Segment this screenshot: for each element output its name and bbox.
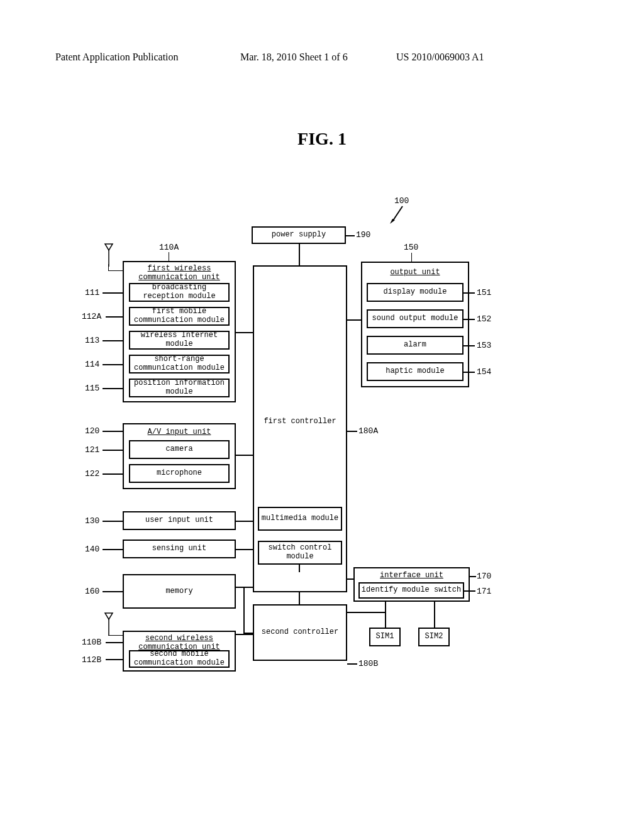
label-position-info: position informationmodule	[134, 379, 225, 397]
label-output-unit: output unit	[361, 268, 469, 277]
ref-112A: 112A	[82, 312, 101, 321]
label-user-input: user input unit	[145, 516, 213, 525]
block-identify-switch: identify module switch	[358, 582, 464, 599]
block-switch-control: switch controlmodule	[258, 541, 342, 565]
label-identify-switch: identify module switch	[362, 586, 461, 595]
ref-112B: 112B	[82, 655, 101, 665]
label-microphone: microphone	[157, 469, 202, 478]
label-second-wireless-unit: second wirelesscommunication unit	[123, 634, 236, 651]
svg-marker-2	[105, 244, 113, 250]
header-right: US 2010/0069003 A1	[396, 52, 484, 63]
block-diagram: 100 power supply 190 first controller 11…	[75, 194, 566, 728]
label-power-supply: power supply	[272, 231, 326, 240]
label-second-mobile: second mobilecommunication module	[134, 650, 225, 668]
arrow-100-icon	[389, 205, 408, 224]
label-switch-control: switch controlmodule	[269, 544, 332, 562]
label-short-range: short-rangecommunication module	[134, 355, 225, 373]
ref-115: 115	[85, 384, 99, 393]
ref-110B: 110B	[82, 638, 101, 647]
ref-180B: 180B	[358, 659, 378, 668]
label-av-input: A/V input unit	[123, 428, 236, 436]
label-sim1: SIM1	[376, 633, 394, 641]
block-memory: memory	[123, 574, 236, 609]
ref-140: 140	[85, 545, 99, 554]
block-camera: camera	[129, 440, 230, 459]
antenna-icon	[104, 612, 114, 637]
label-wireless-internet: wireless Internetmodule	[141, 331, 218, 349]
ref-110A: 110A	[159, 243, 179, 252]
header-middle: Mar. 18, 2010 Sheet 1 of 6	[240, 52, 348, 63]
header-left: Patent Application Publication	[55, 52, 179, 63]
ref-130: 130	[85, 516, 99, 526]
figure-title: FIG. 1	[0, 129, 644, 149]
label-first-controller: first controller	[253, 417, 347, 426]
ref-151: 151	[477, 288, 491, 297]
svg-line-0	[392, 206, 402, 221]
ref-190: 190	[356, 230, 370, 240]
label-camera: camera	[165, 445, 192, 454]
block-sound: sound output module	[367, 309, 464, 328]
block-multimedia: multimedia module	[258, 507, 342, 531]
label-sensing: sensing unit	[152, 545, 206, 553]
ref-154: 154	[477, 367, 491, 377]
block-power-supply: power supply	[252, 226, 346, 244]
block-user-input: user input unit	[123, 511, 236, 530]
label-second-controller: second controller	[262, 628, 338, 637]
ref-152: 152	[477, 314, 491, 324]
label-broadcasting: broadcastingreception module	[143, 284, 215, 301]
block-display: display module	[367, 283, 464, 302]
ref-100: 100	[394, 196, 409, 206]
label-multimedia: multimedia module	[262, 514, 338, 523]
block-short-range: short-rangecommunication module	[129, 355, 230, 374]
ref-111: 111	[85, 288, 99, 297]
label-alarm: alarm	[404, 341, 426, 350]
ref-114: 114	[85, 360, 99, 369]
label-interface-unit: interface unit	[353, 571, 470, 580]
block-first-mobile: first mobilecommunication module	[129, 307, 230, 326]
label-sound: sound output module	[372, 314, 458, 323]
antenna-icon	[104, 243, 114, 268]
ref-160: 160	[85, 587, 99, 596]
block-haptic: haptic module	[367, 362, 464, 381]
block-sim2: SIM2	[418, 628, 450, 646]
block-alarm: alarm	[367, 336, 464, 355]
block-position-info: position informationmodule	[129, 379, 230, 397]
label-first-mobile: first mobilecommunication module	[134, 307, 225, 325]
label-display: display module	[384, 288, 447, 297]
ref-122: 122	[85, 469, 99, 479]
label-first-wireless-unit: first wirelesscommunication unit	[123, 264, 236, 282]
ref-170: 170	[477, 572, 491, 581]
label-sim2: SIM2	[425, 633, 443, 641]
ref-150: 150	[404, 243, 418, 252]
label-memory: memory	[165, 587, 192, 596]
block-microphone: microphone	[129, 464, 230, 483]
svg-marker-4	[105, 613, 113, 619]
block-second-mobile: second mobilecommunication module	[129, 650, 230, 668]
block-sensing: sensing unit	[123, 540, 236, 558]
ref-113: 113	[85, 336, 99, 345]
ref-121: 121	[85, 445, 99, 455]
label-haptic: haptic module	[386, 367, 445, 376]
ref-120: 120	[85, 426, 99, 436]
ref-153: 153	[477, 341, 491, 350]
block-sim1: SIM1	[369, 628, 401, 646]
ref-171: 171	[477, 587, 491, 596]
block-second-controller: second controller	[253, 604, 347, 661]
block-broadcasting: broadcastingreception module	[129, 283, 230, 302]
block-wireless-internet: wireless Internetmodule	[129, 331, 230, 350]
ref-180A: 180A	[358, 426, 378, 436]
